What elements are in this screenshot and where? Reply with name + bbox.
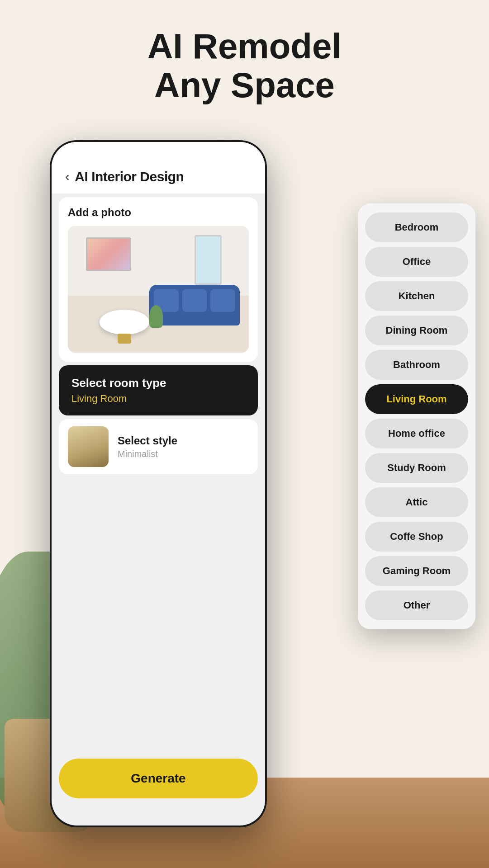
phone-header: ‹ AI Interior Design [52, 142, 265, 193]
photo-section: Add a photo [59, 197, 258, 362]
back-button[interactable]: ‹ [65, 170, 69, 184]
room-option-kitchen[interactable]: Kitchen [365, 281, 468, 311]
room-option-coffe-shop[interactable]: Coffe Shop [365, 522, 468, 552]
select-room-section[interactable]: Select room type Living Room [59, 365, 258, 415]
page-title: AI Interior Design [75, 169, 184, 184]
add-photo-label: Add a photo [68, 206, 249, 219]
select-style-value: Minimalist [118, 449, 177, 459]
select-room-value: Living Room [71, 393, 245, 405]
room-option-gaming-room[interactable]: Gaming Room [365, 556, 468, 586]
room-option-office[interactable]: Office [365, 247, 468, 277]
style-thumbnail [68, 426, 109, 467]
room-option-home-office[interactable]: Home office [365, 419, 468, 448]
select-room-label: Select room type [71, 376, 245, 390]
room-photo[interactable] [68, 226, 249, 353]
select-style-section[interactable]: Select style Minimalist [59, 419, 258, 474]
room-option-living-room[interactable]: Living Room [365, 384, 468, 414]
main-title: AI Remodel Any Space [0, 27, 489, 105]
generate-button[interactable]: Generate [59, 759, 258, 798]
room-option-bathroom[interactable]: Bathroom [365, 350, 468, 380]
room-option-dining-room[interactable]: Dining Room [365, 316, 468, 345]
select-style-label: Select style [118, 434, 177, 447]
room-option-bedroom[interactable]: Bedroom [365, 212, 468, 242]
room-option-other[interactable]: Other [365, 590, 468, 620]
room-option-attic[interactable]: Attic [365, 487, 468, 517]
room-type-dropdown: BedroomOfficeKitchenDining RoomBathroomL… [358, 203, 475, 629]
phone-container: ‹ AI Interior Design Add a photo [50, 140, 267, 827]
room-option-study-room[interactable]: Study Room [365, 453, 468, 483]
